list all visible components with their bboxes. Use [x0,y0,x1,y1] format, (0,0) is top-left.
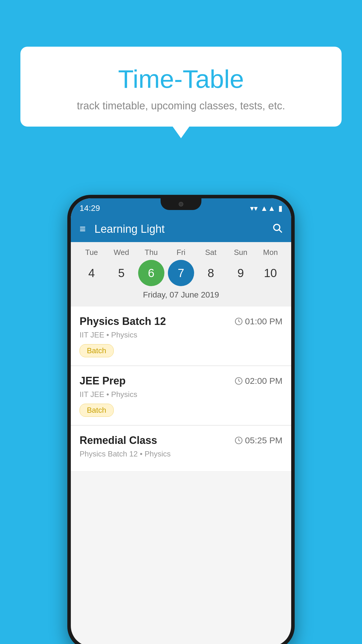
item-subtitle-2: IIT JEE • Physics [80,390,282,399]
wifi-icon: ▾▾ [250,204,258,213]
item-header-1: Physics Batch 12 01:00 PM [80,315,282,328]
item-title-3: Remedial Class [80,434,157,447]
day-header-sat: Sat [198,248,224,257]
status-icons: ▾▾ ▲▲ ▮ [250,204,282,213]
batch-tag-1: Batch [80,344,114,357]
day-header-wed: Wed [108,248,134,257]
day-4[interactable]: 4 [78,260,105,286]
item-title-1: Physics Batch 12 [80,315,166,328]
schedule-list: Physics Batch 12 01:00 PM IIT JEE • Phys… [71,307,291,472]
day-header-mon: Mon [257,248,284,257]
day-numbers: 4 5 6 7 8 9 10 [71,260,291,286]
day-header-fri: Fri [168,248,194,257]
day-headers: Tue Wed Thu Fri Sat Sun Mon [71,248,291,257]
item-time-2: 02:00 PM [235,376,282,386]
signal-icon: ▲▲ [261,204,275,213]
menu-icon[interactable]: ≡ [80,223,86,235]
day-6-today[interactable]: 6 [138,260,164,286]
clock-icon-3 [235,436,243,444]
day-header-tue: Tue [78,248,105,257]
day-7-selected[interactable]: 7 [168,260,194,286]
app-bar: ≡ Learning Light [71,216,291,242]
day-9[interactable]: 9 [228,260,254,286]
svg-line-1 [279,230,282,232]
batch-tag-2: Batch [80,404,114,417]
status-time: 14:29 [80,204,100,213]
schedule-item-3[interactable]: Remedial Class 05:25 PM Physics Batch 12… [71,426,291,472]
phone-screen: 14:29 ▾▾ ▲▲ ▮ ≡ Learning Light Tue Wed [71,198,291,644]
day-8[interactable]: 8 [198,260,224,286]
item-subtitle-1: IIT JEE • Physics [80,330,282,340]
app-title: Learning Light [94,223,263,235]
calendar-strip: Tue Wed Thu Fri Sat Sun Mon 4 5 6 7 8 9 … [71,242,291,307]
camera [179,202,183,206]
schedule-item-1[interactable]: Physics Batch 12 01:00 PM IIT JEE • Phys… [71,307,291,366]
schedule-item-2[interactable]: JEE Prep 02:00 PM IIT JEE • Physics Batc… [71,366,291,425]
item-title-2: JEE Prep [80,375,126,387]
intro-card: Time-Table track timetable, upcoming cla… [20,47,342,127]
item-header-2: JEE Prep 02:00 PM [80,375,282,387]
clock-icon-1 [235,317,243,326]
item-time-3: 05:25 PM [235,435,282,445]
battery-icon: ▮ [278,204,282,213]
item-time-1: 01:00 PM [235,316,282,326]
phone-notch [161,198,201,210]
item-header-3: Remedial Class 05:25 PM [80,434,282,447]
phone-frame: 14:29 ▾▾ ▲▲ ▮ ≡ Learning Light Tue Wed [67,195,295,644]
card-title: Time-Table [32,64,330,94]
day-10[interactable]: 10 [257,260,284,286]
day-header-sun: Sun [228,248,254,257]
item-subtitle-3: Physics Batch 12 • Physics [80,449,282,459]
search-icon[interactable] [272,223,282,236]
day-5[interactable]: 5 [108,260,134,286]
card-subtitle: track timetable, upcoming classes, tests… [32,100,330,112]
day-header-thu: Thu [138,248,164,257]
clock-icon-2 [235,377,243,385]
selected-date: Friday, 07 June 2019 [71,290,291,304]
